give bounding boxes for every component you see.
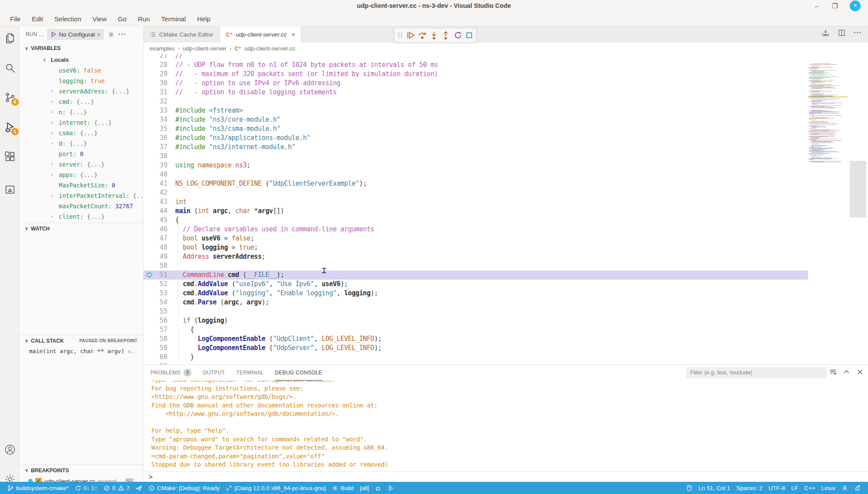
- statusbar-cmake-status[interactable]: CMake: [Debug]: Ready: [145, 482, 223, 494]
- code-line-30[interactable]: 30// - option to use IPv4 or IPv6 addres…: [144, 79, 848, 88]
- variable-internet[interactable]: ›internet: {...}: [20, 117, 144, 128]
- line-number[interactable]: 35: [144, 124, 167, 134]
- editor-scrollbar[interactable]: [850, 161, 866, 217]
- statusbar-eol[interactable]: LF: [788, 482, 801, 494]
- callstack-section-header[interactable]: ∨ CALL STACK PAUSED ON BREAKPOINT: [20, 335, 144, 346]
- code-line-39[interactable]: 39using namespace ns3;: [144, 161, 848, 170]
- statusbar-language[interactable]: C++: [801, 482, 818, 494]
- toolbar-drag-handle[interactable]: [397, 32, 403, 39]
- code-line-34[interactable]: 34#include "ns3/core-module.h": [144, 115, 848, 124]
- menu-file[interactable]: File: [5, 15, 25, 23]
- code-line-50[interactable]: 50: [144, 261, 848, 270]
- statusbar-os[interactable]: Linux: [818, 482, 838, 494]
- line-number[interactable]: 57: [144, 325, 167, 334]
- code-line-35[interactable]: 35#include "ns3/csma-module.h": [144, 124, 848, 134]
- line-number[interactable]: 32: [144, 97, 167, 106]
- line-number[interactable]: 55: [144, 307, 167, 316]
- line-number[interactable]: 53: [144, 289, 167, 298]
- tab-problems[interactable]: PROBLEMS 7: [150, 365, 191, 381]
- variable-logging[interactable]: logging: true: [20, 76, 144, 86]
- statusbar-run-target[interactable]: [384, 482, 397, 494]
- code-line-45[interactable]: 45{: [144, 216, 848, 225]
- breadcrumb-examples[interactable]: examples: [150, 45, 175, 52]
- statusbar-remote[interactable]: [683, 482, 695, 494]
- line-number[interactable]: 59: [144, 344, 167, 353]
- line-number[interactable]: 52: [144, 280, 167, 289]
- code-line-56[interactable]: 56 if (logging): [144, 316, 848, 325]
- continue-icon[interactable]: [406, 31, 415, 40]
- code-line-40[interactable]: 40: [144, 170, 848, 179]
- step-over-icon[interactable]: [418, 31, 427, 40]
- split-editor-icon[interactable]: [838, 29, 846, 37]
- code-line-28[interactable]: 28// - UDP flow from n0 to n1 of 1024 by…: [144, 60, 848, 70]
- more-editor-actions-icon[interactable]: ···: [854, 29, 862, 37]
- menu-run[interactable]: Run: [133, 15, 155, 23]
- code-line-42[interactable]: 42: [144, 188, 848, 197]
- variable-d[interactable]: ›d: {...}: [20, 138, 144, 149]
- tab-terminal[interactable]: TERMINAL: [236, 365, 264, 381]
- code-line-29[interactable]: 29// - maximum of 320 packets sent (or l…: [144, 70, 848, 79]
- line-number[interactable]: 58: [144, 334, 167, 344]
- line-number[interactable]: 41: [144, 179, 167, 188]
- close-tab-icon[interactable]: ×: [291, 31, 295, 38]
- code-line-43[interactable]: 43int: [144, 197, 848, 207]
- line-number[interactable]: 27: [144, 54, 167, 60]
- line-number[interactable]: 36: [144, 134, 167, 143]
- tab-output[interactable]: OUTPUT: [203, 365, 225, 381]
- line-number[interactable]: 37: [144, 143, 167, 152]
- statusbar-branch[interactable]: buildsystem-cmake*: [4, 482, 72, 494]
- variable-port[interactable]: port: 0: [20, 149, 144, 159]
- stop-icon[interactable]: [465, 31, 473, 39]
- variable-client[interactable]: ›client: {...}: [20, 211, 144, 222]
- code-line-38[interactable]: 38: [144, 152, 848, 161]
- chevron-right-icon[interactable]: ›: [51, 117, 54, 128]
- variable-cmd[interactable]: ›cmd: {...}: [20, 97, 144, 107]
- code-line-44[interactable]: 44main (int argc, char *argv[]): [144, 207, 848, 216]
- line-number[interactable]: 31: [144, 88, 167, 97]
- variable-csma[interactable]: ›csma: {...}: [20, 128, 144, 138]
- code-line-51[interactable]: 51 CommandLine cmd (__FILE__);: [144, 270, 809, 280]
- line-number[interactable]: 28: [144, 60, 167, 70]
- line-number[interactable]: 29: [144, 70, 167, 79]
- minimap[interactable]: [808, 54, 848, 364]
- chevron-right-icon[interactable]: ›: [51, 159, 54, 170]
- statusbar-launch[interactable]: [133, 482, 145, 494]
- console-input-row[interactable]: >: [144, 471, 868, 482]
- chevron-right-icon[interactable]: ›: [51, 107, 54, 117]
- variable-n[interactable]: ›n: {...}: [20, 107, 144, 117]
- statusbar-build-target[interactable]: [all]: [357, 482, 372, 494]
- watch-section-header[interactable]: ∨ WATCH: [20, 223, 144, 234]
- step-into-icon[interactable]: [430, 31, 438, 40]
- run-config-dropdown[interactable]: No Configural ∨: [47, 29, 104, 40]
- chevron-right-icon[interactable]: ›: [51, 211, 54, 222]
- line-number[interactable]: 49: [144, 252, 167, 261]
- source-control-icon[interactable]: 6: [4, 91, 16, 103]
- line-number[interactable]: 60: [144, 353, 167, 362]
- search-icon[interactable]: [4, 62, 16, 74]
- line-number[interactable]: 56: [144, 316, 167, 325]
- code-line-27[interactable]: 27//: [144, 54, 848, 60]
- variable-interPacketInterval[interactable]: ›interPacketInterval: {...}: [20, 190, 144, 201]
- code-line-31[interactable]: 31// - option to disable logging stateme…: [144, 88, 848, 97]
- close-button[interactable]: ×: [850, 0, 861, 11]
- restart-icon[interactable]: [454, 31, 462, 40]
- statusbar-feedback[interactable]: [838, 482, 851, 494]
- menu-selection[interactable]: Selection: [50, 15, 86, 23]
- variable-apps[interactable]: ›apps: {...}: [20, 170, 144, 180]
- tab-cmake-cache-editor[interactable]: CMake Cache Editor: [144, 26, 220, 43]
- extensions-icon[interactable]: [4, 150, 16, 163]
- breadcrumb-file[interactable]: udp-client-server.cc: [244, 45, 295, 52]
- line-number[interactable]: 42: [144, 188, 167, 197]
- tab-debug-console[interactable]: DEBUG CONSOLE: [275, 365, 322, 381]
- code-line-58[interactable]: 58 LogComponentEnable ("UdpClient", LOG_…: [144, 334, 848, 344]
- run-gear-icon[interactable]: [107, 31, 115, 38]
- statusbar-sync[interactable]: 0↓ 1↑: [72, 482, 100, 494]
- code-line-47[interactable]: 47 bool useV6 = false;: [144, 234, 848, 243]
- code-line-54[interactable]: 54 cmd.Parse (argc, argv);: [144, 298, 848, 307]
- line-number[interactable]: 50: [144, 261, 167, 270]
- statusbar-errors[interactable]: 0 7: [100, 482, 133, 494]
- variable-useV6[interactable]: useV6: false: [20, 65, 144, 76]
- line-number[interactable]: 40: [144, 170, 167, 179]
- more-actions-icon[interactable]: ···: [118, 30, 127, 38]
- code-line-57[interactable]: 57 {: [144, 325, 848, 334]
